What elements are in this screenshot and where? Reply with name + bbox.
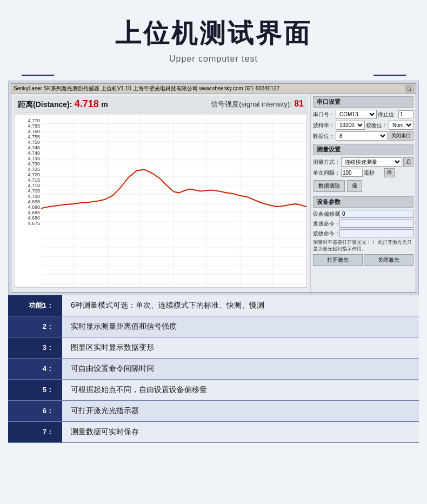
laser-on-button[interactable]: 打开激光 bbox=[313, 254, 363, 266]
port-label: 串口号： bbox=[313, 111, 335, 118]
signal-label: 信号强度(signal intensity): bbox=[211, 100, 292, 108]
y-axis-tick: 4,740 bbox=[16, 150, 40, 156]
stop-label: 停止位 bbox=[378, 111, 397, 118]
interval-input[interactable] bbox=[341, 169, 363, 177]
feature-number: 5： bbox=[8, 380, 62, 400]
y-axis-tick: 4,725 bbox=[16, 167, 40, 172]
port-section-header: 串口设置 bbox=[313, 96, 413, 108]
y-axis-tick: 4,750 bbox=[16, 140, 40, 145]
feature-text: 可打开激光光指示器 bbox=[62, 401, 419, 421]
app-close-button[interactable]: □ bbox=[405, 85, 413, 92]
send-label: 发送命令： bbox=[313, 220, 338, 228]
recv-input[interactable] bbox=[339, 229, 413, 237]
close-port-button[interactable]: 关闭串口 bbox=[389, 131, 413, 141]
y-axis-tick: 4,695 bbox=[16, 199, 40, 204]
feature-number: 6： bbox=[8, 401, 62, 421]
recv-label: 接收命令： bbox=[313, 230, 338, 237]
deco-line-right bbox=[373, 75, 406, 76]
feature-row: 5：可根据起始点不同，自由设置设备偏移量 bbox=[8, 380, 419, 401]
stop-input[interactable] bbox=[398, 110, 413, 118]
feature-row: 功能1：6种测量模式可选：单次、连续模式下的标准、快测、慢测 bbox=[8, 295, 419, 316]
signal-display: 信号强度(signal intensity): 81 bbox=[211, 99, 304, 109]
header: 上位机测试界面 Upper computer test bbox=[0, 0, 427, 69]
feature-text: 测量数据可实时保存 bbox=[62, 422, 419, 442]
check-select[interactable]: None bbox=[389, 121, 413, 130]
measure-mode-label: 测量方式： bbox=[313, 158, 340, 166]
measure-section-header: 测量设置 bbox=[313, 144, 413, 155]
data-select[interactable]: 8 bbox=[336, 131, 388, 141]
measure-mode-select[interactable]: 连续快速测量 bbox=[341, 157, 402, 167]
send-input[interactable] bbox=[339, 220, 413, 228]
port-row: 串口号： COM13 停止位 bbox=[313, 110, 413, 119]
feature-text: 实时显示测量距离值和信号强度 bbox=[62, 316, 419, 337]
y-axis-tick: 4,690 bbox=[16, 204, 40, 210]
check-label: 校验位： bbox=[366, 122, 388, 129]
y-axis-tick: 4,685 bbox=[16, 210, 40, 215]
feature-text: 可根据起始点不同，自由设置设备偏移量 bbox=[62, 380, 419, 400]
baud-select[interactable]: 19200 bbox=[336, 121, 365, 130]
clear-button[interactable]: 数据清除 bbox=[313, 180, 345, 192]
feature-row: 6：可打开激光光指示器 bbox=[8, 401, 419, 422]
feature-text: 图显区实时显示数据变形 bbox=[62, 337, 419, 358]
distance-label: 距离(Distance): bbox=[18, 100, 72, 109]
y-axis-tick: 4,675 bbox=[16, 221, 40, 226]
port-select[interactable]: COM13 bbox=[336, 110, 377, 119]
save-button[interactable]: 保 bbox=[347, 180, 362, 192]
chart-container: 4,7704,7654,7604,7554,7504,7454,7404,735… bbox=[15, 115, 307, 288]
y-axis-tick: 4,715 bbox=[16, 177, 40, 183]
data-row: 数据位： 8 关闭串口 bbox=[313, 131, 413, 141]
y-axis-tick: 4,765 bbox=[16, 123, 40, 129]
left-panel: 距离(Distance): 4.718 m 信号强度(signal intens… bbox=[11, 94, 310, 292]
y-axis-tick: 4,770 bbox=[16, 118, 40, 123]
data-label: 数据位： bbox=[313, 132, 335, 140]
interval-unit: 毫秒 bbox=[364, 169, 383, 177]
pause-button[interactable]: 停 bbox=[384, 168, 395, 177]
interval-label: 单次间隔： bbox=[313, 169, 340, 177]
measure-mode-row: 测量方式： 连续快速测量 启 bbox=[313, 157, 413, 167]
send-row: 发送命令： bbox=[313, 220, 413, 228]
y-axis-tick: 4,745 bbox=[16, 145, 40, 150]
distance-display: 距离(Distance): 4.718 m bbox=[18, 98, 108, 110]
app-window: SenkyLaser SK系列激光测距传感器 上位机V1.10 上海申壁光电科技… bbox=[11, 83, 416, 293]
y-axis-tick: 4,760 bbox=[16, 129, 40, 134]
baud-row: 波特率： 19200 校验位： None bbox=[313, 121, 413, 130]
feature-number: 3： bbox=[8, 337, 62, 358]
laser-off-button[interactable]: 关闭激光 bbox=[364, 254, 413, 266]
start-button[interactable]: 启 bbox=[403, 157, 413, 167]
warning-text: 测量时不需要打开激光光！！ 此打开激光光只是为激光起到指示作用。 bbox=[313, 240, 413, 252]
feature-number: 4： bbox=[8, 359, 62, 379]
y-axis-tick: 4,720 bbox=[16, 172, 40, 177]
feature-row: 3：图显区实时显示数据变形 bbox=[8, 337, 419, 359]
distance-unit: m bbox=[101, 100, 108, 109]
feature-text: 6种测量模式可选：单次、连续模式下的标准、快测、慢测 bbox=[62, 295, 419, 316]
offset-row: 设备偏移量： bbox=[313, 210, 413, 218]
y-axis-tick: 4,710 bbox=[16, 183, 40, 188]
device-section-header: 设备参数 bbox=[313, 196, 413, 208]
y-axis-tick: 4,700 bbox=[16, 194, 40, 199]
feature-text: 可自由设置命令间隔时间 bbox=[62, 359, 419, 379]
y-axis-tick: 4,730 bbox=[16, 161, 40, 167]
feature-number: 2： bbox=[8, 316, 62, 337]
deco-lines bbox=[22, 75, 406, 76]
signal-value: 81 bbox=[294, 99, 304, 108]
app-content: 距离(Distance): 4.718 m 信号强度(signal intens… bbox=[11, 94, 416, 292]
feature-row: 4：可自由设置命令间隔时间 bbox=[8, 359, 419, 380]
app-title: SenkyLaser SK系列激光测距传感器 上位机V1.10 上海申壁光电科技… bbox=[14, 85, 279, 92]
baud-label: 波特率： bbox=[313, 122, 335, 129]
offset-input[interactable] bbox=[339, 210, 413, 218]
interval-row: 单次间隔： 毫秒 停 bbox=[313, 168, 413, 177]
sub-title: Upper computer test bbox=[11, 54, 416, 64]
distance-bar: 距离(Distance): 4.718 m 信号强度(signal intens… bbox=[14, 96, 308, 112]
deco-line-left bbox=[22, 75, 54, 76]
y-axis-tick: 4,755 bbox=[16, 134, 40, 140]
distance-value: 4.718 bbox=[75, 98, 99, 109]
laser-btn-row: 打开激光 关闭激光 bbox=[313, 254, 413, 266]
features-section: 功能1：6种测量模式可选：单次、连续模式下的标准、快测、慢测2：实时显示测量距离… bbox=[8, 295, 419, 443]
y-axis-tick: 4,705 bbox=[16, 188, 40, 194]
right-panel: 串口设置 串口号： COM13 停止位 波特率： 19200 校验位： bbox=[310, 94, 416, 292]
y-axis: 4,7704,7654,7604,7554,7504,7454,7404,735… bbox=[15, 115, 41, 229]
app-titlebar: SenkyLaser SK系列激光测距传感器 上位机V1.10 上海申壁光电科技… bbox=[11, 84, 416, 94]
chart-plot bbox=[41, 115, 306, 287]
offset-label: 设备偏移量： bbox=[313, 210, 338, 218]
feature-row: 7：测量数据可实时保存 bbox=[8, 422, 419, 443]
